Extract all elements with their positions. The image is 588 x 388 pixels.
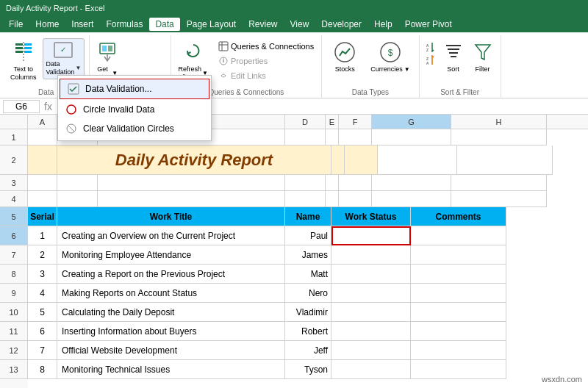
row-num-7[interactable]: 7	[0, 245, 28, 265]
row-num-12[interactable]: 12	[0, 341, 28, 360]
col-header-E[interactable]: E	[326, 115, 339, 129]
cell-G8[interactable]	[331, 265, 411, 284]
cell-A13[interactable]: 8	[28, 360, 57, 379]
menu-file[interactable]: File	[3, 18, 29, 31]
cell-G2[interactable]	[378, 146, 457, 175]
cell-A7[interactable]: 2	[28, 245, 57, 265]
cell-H11[interactable]	[411, 322, 506, 341]
menu-review[interactable]: Review	[243, 18, 283, 31]
cell-A10[interactable]: 5	[28, 303, 57, 322]
menu-data[interactable]: Data	[149, 18, 179, 31]
col-header-A[interactable]: A	[28, 115, 57, 129]
cell-H3[interactable]	[451, 175, 547, 191]
col-header-F[interactable]: F	[339, 115, 372, 129]
cell-H10[interactable]	[411, 303, 506, 322]
cell-B3[interactable]	[57, 175, 98, 191]
cell-EF5-header[interactable]: Name	[285, 207, 331, 226]
dropdown-item-data-validation[interactable]: Data Validation...	[60, 79, 209, 99]
data-validation-button[interactable]: ✓ DataValidation ▼	[43, 38, 85, 79]
cell-H2[interactable]	[457, 146, 553, 175]
row-num-10[interactable]: 10	[0, 303, 28, 322]
cell-D3[interactable]	[285, 175, 326, 191]
col-header-D[interactable]: D	[285, 115, 326, 129]
dropdown-item-clear-circles[interactable]: Clear Validation Circles	[58, 119, 211, 138]
cell-A6[interactable]: 1	[28, 226, 57, 245]
cell-G13[interactable]	[331, 360, 411, 379]
cell-A5-header[interactable]: Serial	[28, 207, 57, 226]
cell-BC9[interactable]: Making Reports on Account Status	[57, 284, 285, 303]
cell-G12[interactable]	[331, 341, 411, 360]
menu-view[interactable]: View	[284, 18, 315, 31]
row-num-2[interactable]: 2	[0, 146, 28, 175]
menu-formulas[interactable]: Formulas	[100, 18, 148, 31]
cell-G3[interactable]	[372, 175, 451, 191]
cell-H5-header[interactable]: Comments	[411, 207, 506, 226]
cell-G1[interactable]	[372, 129, 451, 146]
sort-za-button[interactable]: Z A	[424, 54, 437, 66]
row-num-5[interactable]: 5	[0, 207, 28, 226]
cell-BC6[interactable]: Creating an Overview on the Current Proj…	[57, 226, 285, 245]
cell-G7[interactable]	[331, 245, 411, 265]
cell-EF12[interactable]: Jeff	[285, 341, 331, 360]
cell-A4[interactable]	[28, 191, 57, 207]
menu-page-layout[interactable]: Page Layout	[181, 18, 242, 31]
cell-A1[interactable]	[28, 129, 57, 146]
cell-G9[interactable]	[331, 284, 411, 303]
menu-insert[interactable]: Insert	[65, 18, 99, 31]
cell-A9[interactable]: 4	[28, 284, 57, 303]
cell-H4[interactable]	[451, 191, 547, 207]
cell-G5-header[interactable]: Work Status	[331, 207, 411, 226]
cell-A8[interactable]: 3	[28, 265, 57, 284]
cell-BC12[interactable]: Official Website Development	[57, 341, 285, 360]
menu-power-pivot[interactable]: Power Pivot	[399, 18, 458, 31]
cell-H13[interactable]	[411, 360, 506, 379]
cell-F4[interactable]	[339, 191, 372, 207]
cell-EF11[interactable]: Robert	[285, 322, 331, 341]
cell-E1[interactable]	[326, 129, 339, 146]
cell-G6-active[interactable]	[331, 226, 411, 245]
cell-F2[interactable]	[345, 146, 378, 175]
cell-A11[interactable]: 6	[28, 322, 57, 341]
cell-BC13[interactable]: Monitoring Technical Issues	[57, 360, 285, 379]
cell-C3[interactable]	[98, 175, 285, 191]
filter-button[interactable]: Filter	[470, 38, 496, 75]
cell-H12[interactable]	[411, 341, 506, 360]
menu-developer[interactable]: Developer	[315, 18, 368, 31]
cell-EF13[interactable]: Tyson	[285, 360, 331, 379]
cell-G4[interactable]	[372, 191, 451, 207]
row-num-9[interactable]: 9	[0, 284, 28, 303]
row-num-8[interactable]: 8	[0, 265, 28, 284]
cell-F1[interactable]	[339, 129, 372, 146]
menu-help[interactable]: Help	[368, 18, 398, 31]
cell-E4[interactable]	[326, 191, 339, 207]
cell-D4[interactable]	[285, 191, 326, 207]
cell-E2[interactable]	[331, 146, 345, 175]
cell-A2[interactable]	[28, 146, 57, 175]
cell-BC11[interactable]: Inserting Information about Buyers	[57, 322, 285, 341]
row-num-4[interactable]: 4	[0, 191, 28, 207]
cell-EF10[interactable]: Vladimir	[285, 303, 331, 322]
cell-A12[interactable]: 7	[28, 341, 57, 360]
cell-B4[interactable]	[57, 191, 98, 207]
row-num-3[interactable]: 3	[0, 175, 28, 191]
cell-H7[interactable]	[411, 245, 506, 265]
menu-home[interactable]: Home	[29, 18, 65, 31]
row-num-6[interactable]: 6	[0, 226, 28, 245]
sort-az-button[interactable]: A Z	[424, 41, 437, 53]
edit-links-button[interactable]: Edit Links	[215, 69, 317, 82]
cell-BC10[interactable]: Calculating the Daily Deposit	[57, 303, 285, 322]
currencies-button[interactable]: $ Currencies ▼	[366, 38, 414, 75]
cell-F3[interactable]	[339, 175, 372, 191]
cell-BC5-header[interactable]: Work Title	[57, 207, 285, 226]
row-num-13[interactable]: 13	[0, 360, 28, 379]
dropdown-item-circle-invalid[interactable]: Circle Invalid Data	[58, 100, 211, 119]
properties-button[interactable]: Properties	[215, 54, 317, 68]
cell-BC8[interactable]: Creating a Report on the Previous Projec…	[57, 265, 285, 284]
text-to-columns-button[interactable]: Text toColumns	[7, 38, 40, 84]
cell-BC7[interactable]: Monitoring Employee Attendance	[57, 245, 285, 265]
stocks-button[interactable]: Stocks	[326, 38, 363, 75]
cell-G11[interactable]	[331, 322, 411, 341]
cell-H6[interactable]	[411, 226, 506, 245]
row-num-11[interactable]: 11	[0, 322, 28, 341]
cell-H1[interactable]	[451, 129, 547, 146]
